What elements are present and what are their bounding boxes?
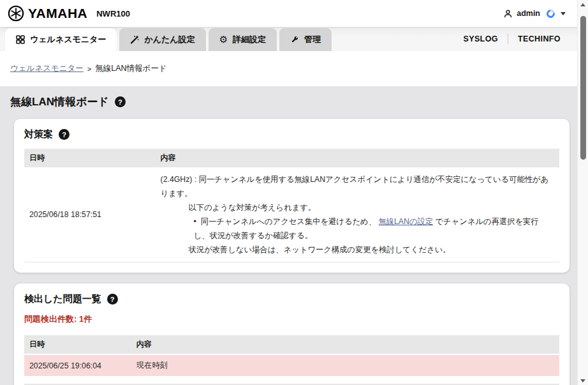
chevron-down-icon[interactable]: [561, 12, 566, 15]
wireless-lan-settings-link[interactable]: 無線LANの設定: [378, 217, 433, 226]
user-menu[interactable]: admin: [503, 9, 566, 19]
tab-label: ウェルネスモニター: [30, 34, 106, 45]
wrench-icon: [290, 35, 299, 44]
current-time-table: 日時 内容 2025/06/25 19:06:04 現在時刻: [24, 335, 559, 376]
current-time-content: 現在時刻: [131, 354, 559, 376]
scrollbar[interactable]: [577, 0, 588, 385]
detected-issues-card: 検出した問題一覧 ? 問題検出件数: 1件 日時 内容 2025/06/25 1…: [14, 283, 570, 385]
countermeasures-table: 日時 内容 2025/06/18 18:57:51 (2.4GHz) : 同一チ…: [24, 149, 559, 262]
scroll-up-arrow[interactable]: [578, 0, 588, 9]
dashboard-icon: [16, 35, 25, 44]
tab-management[interactable]: 管理: [279, 28, 332, 51]
countermeasure-content: (2.4GHz) : 同一チャンネルを使用する無線LANアクセスポイントにより通…: [161, 172, 554, 257]
column-header-datetime: 日時: [24, 149, 156, 167]
breadcrumb-link-wellness[interactable]: ウェルネスモニター: [10, 63, 84, 74]
scroll-down-arrow[interactable]: [578, 376, 588, 385]
current-time-datetime: 2025/06/25 19:06:04: [24, 354, 131, 376]
breadcrumb-current: 無線LAN情報ボード: [95, 63, 166, 74]
tab-wellness-monitor[interactable]: ウェルネスモニター: [5, 28, 117, 51]
main-tab-bar: ウェルネスモニター かんたん設定 ⚙ 詳細設定: [0, 27, 577, 51]
gear-icon: ⚙: [219, 35, 228, 45]
magic-wand-icon: [130, 35, 139, 44]
breadcrumb-separator: >: [87, 65, 91, 73]
yamaha-tuning-fork-icon: [8, 5, 24, 22]
divider: [508, 34, 508, 44]
countermeasures-title: 対策案: [24, 128, 53, 140]
column-header-content: 内容: [131, 335, 559, 354]
top-header: YAMAHA NWR100 admin: [0, 0, 577, 27]
scrollbar-thumb[interactable]: [580, 16, 586, 160]
yamaha-logo: YAMAHA: [8, 5, 87, 22]
breadcrumb: ウェルネスモニター > 無線LAN情報ボード: [0, 51, 577, 86]
column-header-content: 内容: [156, 149, 559, 167]
bullet-icon: •: [194, 217, 196, 226]
countermeasure-datetime: 2025/06/18 18:57:51: [24, 167, 156, 262]
help-icon[interactable]: ?: [115, 96, 126, 107]
detected-issues-title: 検出した問題一覧: [24, 293, 101, 305]
brand-wordmark: YAMAHA: [28, 6, 87, 21]
page-title: 無線LAN情報ボード: [10, 94, 109, 109]
help-icon[interactable]: ?: [59, 129, 70, 140]
username-label: admin: [517, 9, 540, 18]
countermeasures-card: 対策案 ? 日時 内容 2025/06/18 18:57:51 (2.4GHz)…: [14, 119, 570, 273]
tab-easy-setup[interactable]: かんたん設定: [119, 28, 205, 51]
model-label: NWR100: [96, 9, 130, 19]
main-content: 無線LAN情報ボード ? 対策案 ? 日時 内容 2025/06/18 18:5…: [0, 86, 577, 385]
techinfo-link[interactable]: TECHINFO: [518, 34, 561, 43]
tab-label: かんたん設定: [144, 34, 195, 45]
issue-count-label: 問題検出件数: 1件: [24, 313, 559, 325]
help-icon[interactable]: ?: [107, 294, 118, 305]
user-icon: [503, 9, 513, 19]
tab-detailed-settings[interactable]: ⚙ 詳細設定: [209, 28, 277, 51]
tab-label: 詳細設定: [233, 34, 266, 45]
tab-label: 管理: [304, 34, 321, 45]
syslog-link[interactable]: SYSLOG: [463, 34, 498, 43]
table-row: 2025/06/18 18:57:51 (2.4GHz) : 同一チャンネルを使…: [24, 167, 559, 262]
current-time-row: 2025/06/25 19:06:04 現在時刻: [24, 354, 559, 376]
loading-spinner-icon: [545, 8, 556, 19]
column-header-datetime: 日時: [24, 335, 131, 354]
